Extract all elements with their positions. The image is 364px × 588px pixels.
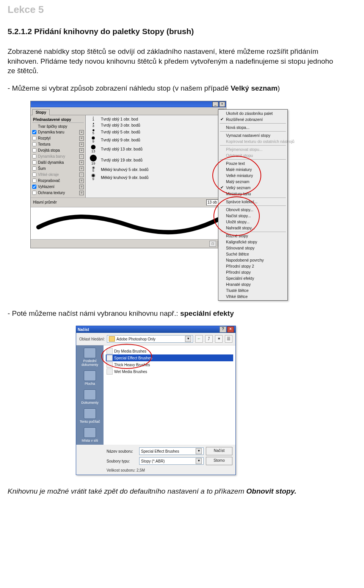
preset-label: Dvojitá stopa (38, 148, 60, 152)
file-row[interactable]: Special Effect Brushes (106, 354, 233, 361)
close-button[interactable]: × (219, 102, 225, 107)
preset-row[interactable]: Dynamika tvaru⎉ (32, 129, 84, 135)
context-menu-item[interactable]: Tlusté štětce (218, 287, 287, 293)
preset-row[interactable]: Tvar špičky stopy (32, 124, 84, 129)
open-button[interactable]: Načíst (206, 447, 232, 455)
places-bar: Poslední dokumentyPlochaDokumentyTento p… (76, 345, 104, 445)
context-menu-item[interactable]: Miniatury tahu (218, 191, 287, 197)
main-diameter-label: Hlavní průměr (33, 200, 57, 204)
context-menu-item[interactable]: Vlhké štětce (218, 293, 287, 299)
lookin-label: Oblast hledání: (79, 337, 105, 341)
preset-row[interactable]: Šum⎉ (32, 166, 84, 172)
brush-swatch: 19 (88, 155, 99, 165)
context-menu-item[interactable]: Malé miniatury (218, 166, 287, 172)
context-menu-item: Kopírovat texturu do ostatních nástrojů (218, 138, 287, 144)
preset-row[interactable]: Textura⎉ (32, 141, 84, 147)
help-button[interactable]: ? (220, 326, 226, 332)
context-menu-item[interactable]: Velké miniatury (218, 172, 287, 179)
context-menu-item[interactable]: Malý seznam (218, 179, 287, 185)
preset-checkbox[interactable] (32, 179, 36, 183)
minimize-button[interactable]: _ (212, 102, 218, 107)
context-menu-item[interactable]: Ukotvit do zásobníku palet (218, 110, 287, 116)
context-menu-separator (220, 145, 286, 146)
brush-item[interactable]: 13Tvrdý oblý 13 obr. bodů (86, 144, 226, 154)
context-menu-item[interactable]: Přírodní stopy (218, 269, 287, 275)
preset-row[interactable]: Vyhlazení⎉ (32, 184, 84, 190)
cancel-button[interactable]: Storno (206, 457, 232, 465)
context-menu-item[interactable]: Přírodní stopy 2 (218, 263, 287, 269)
lookin-value: Adobe Photoshop Only (116, 337, 155, 341)
chevron-down-icon: ▾ (196, 448, 202, 454)
close-button[interactable]: × (227, 326, 234, 332)
preset-row[interactable]: Dynamika barvy⎉ (32, 154, 84, 160)
tab-stopy[interactable]: Stopy (32, 109, 50, 115)
brush-list[interactable]: 1Tvrdý oblý 1 obr. bod3Tvrdý oblý 3 obr.… (86, 115, 226, 198)
brush-item[interactable]: 5Tvrdý oblý 5 obr. bodů (86, 129, 226, 136)
context-menu-item[interactable]: Vymazat nastavení stopy (218, 132, 287, 138)
brush-item[interactable]: 3Tvrdý oblý 3 obr. bodů (86, 122, 226, 129)
preset-row[interactable]: Vlhké okraje⎉ (32, 172, 84, 178)
lookin-combo[interactable]: Adobe Photoshop Only ▾ (107, 335, 193, 343)
context-menu-item[interactable]: Pouze text (218, 160, 287, 166)
context-menu-label: Nová stopa... (226, 125, 249, 130)
preset-header[interactable]: Přednastavené stopy (32, 117, 84, 123)
new-folder-icon[interactable]: ✶ (215, 335, 223, 343)
file-area[interactable]: Dry Media BrushesSpecial Effect BrushesT… (104, 345, 235, 445)
context-menu-item[interactable]: Suché štětce (218, 251, 287, 257)
context-menu-item[interactable]: Speciální efekty (218, 275, 287, 281)
file-row[interactable]: Wet Media Brushes (106, 368, 233, 375)
preset-checkbox[interactable] (32, 172, 36, 177)
context-menu-item[interactable]: ✔Velký seznam (218, 185, 287, 191)
new-icon[interactable]: □ (209, 241, 216, 247)
context-menu-item[interactable]: Nová stopa... (218, 124, 287, 130)
preset-checkbox[interactable] (32, 166, 36, 171)
context-menu-item[interactable]: ✔Rozšířené zobrazení (218, 116, 287, 122)
preset-checkbox[interactable] (32, 136, 36, 140)
context-menu-item[interactable]: Správce kolekcí... (218, 199, 287, 205)
preset-row[interactable]: Rozprašovač⎉ (32, 178, 84, 184)
preset-checkbox[interactable] (32, 191, 36, 195)
preset-checkbox[interactable] (32, 185, 36, 189)
context-menu-item[interactable]: Uložit stopy... (218, 219, 287, 225)
preset-checkbox[interactable] (32, 130, 36, 134)
back-icon[interactable]: ← (195, 335, 203, 343)
filename-combo[interactable]: Special Effect Brushes ▾ (139, 447, 204, 455)
filetype-combo[interactable]: Stopy (*.ABR) ▾ (139, 457, 204, 465)
places-item[interactable]: Místa v síti (82, 427, 98, 442)
places-item[interactable]: Poslední dokumenty (76, 348, 104, 367)
brush-item[interactable]: 9Měkký kruhový 9 obr. bodů (86, 173, 226, 182)
preset-row[interactable]: Další dynamika⎉ (32, 160, 84, 166)
context-menu-item[interactable]: Hranaté stopy (218, 281, 287, 287)
preset-checkbox[interactable] (32, 142, 36, 146)
preset-row[interactable]: Ochrana textury⎉ (32, 190, 84, 196)
context-menu-item[interactable]: Obnovit stopy... (218, 207, 287, 213)
preset-checkbox[interactable] (32, 148, 36, 152)
context-menu-separator (220, 123, 286, 124)
places-item[interactable]: Dokumenty (81, 389, 99, 405)
brush-item[interactable]: 9Tvrdý oblý 9 obr. bodů (86, 136, 226, 144)
p4-bold: Obnovit stopy. (246, 487, 297, 495)
places-item[interactable]: Plocha (84, 370, 96, 386)
file-row[interactable]: Thick Heavy Brushes (106, 361, 233, 368)
preset-row[interactable]: Rozptyl⎉ (32, 135, 84, 141)
brush-item[interactable]: 1Tvrdý oblý 1 obr. bod (86, 116, 226, 122)
screenshot-stopy-palette: _ × Stopy ▸ Přednastavené stopy Tvar špi… (30, 101, 288, 298)
file-row[interactable]: Dry Media Brushes (106, 348, 233, 354)
context-menu-label: Nahradit stopy... (226, 226, 255, 230)
places-item[interactable]: Tento počítač (80, 408, 100, 423)
context-menu-label: Uložit stopy... (226, 220, 249, 224)
context-menu-item[interactable]: Napodobené povrchy (218, 257, 287, 263)
brush-item[interactable]: 19Tvrdý oblý 19 obr. bodů (86, 154, 226, 166)
context-menu-label: Malé miniatury (226, 167, 252, 172)
preset-checkbox[interactable] (32, 154, 36, 158)
views-icon[interactable]: ☰ (225, 335, 232, 343)
context-menu-item[interactable]: Různé stopy (218, 233, 287, 239)
brush-item[interactable]: 5Měkký kruhový 5 obr. bodů (86, 166, 226, 173)
up-icon[interactable]: ⤴ (205, 335, 213, 343)
preset-checkbox[interactable] (32, 160, 36, 165)
preset-row[interactable]: Dvojitá stopa⎉ (32, 147, 84, 154)
context-menu-item[interactable]: Stínované stopy (218, 245, 287, 251)
context-menu-item[interactable]: Nahradit stopy... (218, 225, 287, 231)
context-menu-item[interactable]: Kaligrafické stopy (218, 239, 287, 245)
context-menu-item[interactable]: Načíst stopy... (218, 213, 287, 219)
